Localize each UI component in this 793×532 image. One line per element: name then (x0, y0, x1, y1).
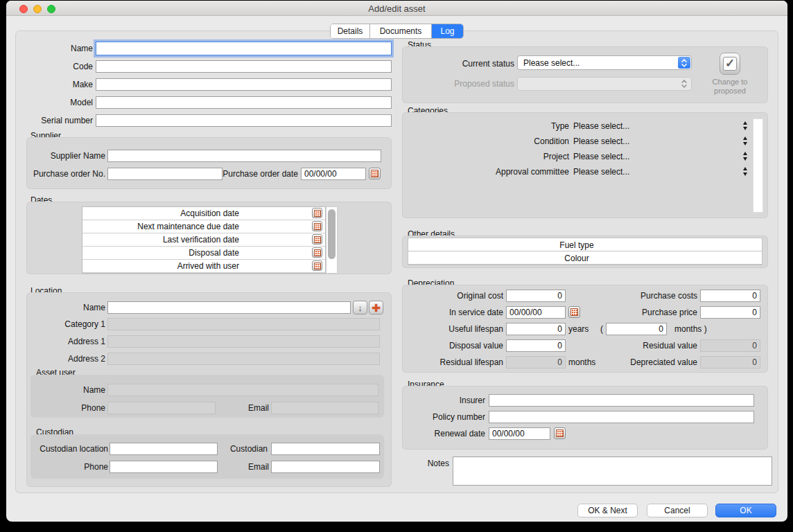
calendar-icon[interactable] (312, 247, 322, 258)
asset-user-name-input (107, 384, 378, 396)
dropdown-stepper-icon (678, 57, 690, 69)
current-status-select[interactable]: Please select... (517, 55, 692, 70)
other-detail-row[interactable]: Fuel type (408, 238, 762, 251)
category1-label: Category 1 (29, 319, 105, 329)
dates-list: Acquisition date Next maintenance due da… (82, 206, 326, 274)
updown-stepper-icon[interactable] (742, 121, 749, 130)
calendar-glyph (314, 223, 321, 230)
months-open-paren: ( (600, 324, 603, 334)
make-label: Make (17, 80, 93, 89)
address1-input (107, 335, 380, 348)
po-date-input[interactable] (301, 168, 366, 180)
window-title: Add/edit asset (6, 3, 787, 14)
calendar-glyph (314, 263, 321, 269)
custodian-email-input[interactable] (271, 461, 380, 473)
depreciated-value-label: Depreciated value (600, 357, 697, 367)
calendar-glyph (314, 236, 321, 243)
model-label: Model (17, 98, 93, 107)
asset-user-name-label: Name (29, 385, 105, 395)
updown-stepper-icon[interactable] (742, 166, 749, 176)
po-number-label: Purchase order No. (22, 169, 105, 179)
category-condition-value[interactable]: Please select... (573, 136, 629, 146)
calendar-glyph (314, 210, 321, 217)
tab-details[interactable]: Details (331, 24, 370, 38)
date-row: Last verification date (82, 233, 325, 247)
asset-user-email-input (271, 402, 378, 414)
updown-stepper-icon[interactable] (742, 151, 749, 161)
dates-scrollbar-thumb[interactable] (328, 209, 336, 259)
calendar-glyph (371, 170, 378, 177)
calendar-icon[interactable] (554, 427, 566, 439)
cancel-button[interactable]: Cancel (647, 504, 708, 517)
calendar-icon[interactable] (312, 260, 322, 271)
current-status-value: Please select... (523, 58, 580, 68)
custodian-label: Custodian (191, 444, 268, 454)
code-input[interactable] (96, 60, 392, 73)
po-number-input[interactable] (107, 168, 223, 180)
asset-user-email-label: Email (193, 403, 269, 413)
code-label: Code (17, 62, 93, 71)
location-name-input[interactable] (107, 301, 351, 314)
updown-stepper-icon[interactable] (742, 136, 749, 145)
purchase-costs-input[interactable] (700, 290, 760, 302)
category-approval-committee-label: Approval committee (451, 167, 569, 177)
titlebar: Add/edit asset (6, 1, 787, 16)
ok-next-button[interactable]: OK & Next (577, 504, 638, 517)
categories-scrollbar-track[interactable] (753, 118, 763, 213)
residual-lifespan-label: Residual lifespan (413, 357, 503, 367)
date-row: Next maintenance due date (82, 220, 325, 233)
proposed-status-label: Proposed status (438, 79, 514, 89)
purchase-price-input[interactable] (700, 306, 760, 319)
custodian-input[interactable] (271, 443, 380, 455)
policy-number-input[interactable] (489, 411, 754, 423)
calendar-glyph (570, 308, 578, 316)
disposal-value-input[interactable] (506, 339, 566, 352)
custodian-email-label: Email (193, 462, 269, 472)
make-input[interactable] (96, 78, 392, 91)
renewal-date-input[interactable] (489, 427, 550, 440)
calendar-icon[interactable] (312, 208, 322, 218)
policy-number-label: Policy number (409, 412, 485, 422)
model-input[interactable] (96, 96, 392, 109)
calendar-icon[interactable] (369, 168, 381, 179)
checkmark-icon: ✓ (723, 57, 737, 71)
disposal-value-label: Disposal value (413, 341, 503, 351)
name-input[interactable] (96, 42, 392, 55)
insurer-label: Insurer (409, 396, 485, 405)
ok-button[interactable]: OK (715, 504, 776, 517)
serial-number-input[interactable] (96, 114, 392, 127)
in-service-date-input[interactable] (506, 306, 566, 319)
supplier-name-label: Supplier Name (29, 151, 105, 161)
name-label: Name (17, 44, 93, 53)
add-edit-asset-dialog: Add/edit asset Details Documents Log Nam… (6, 1, 787, 522)
notes-textarea[interactable] (453, 456, 772, 486)
category-type-value[interactable]: Please select... (573, 121, 629, 131)
in-service-date-label: In service date (413, 308, 503, 317)
tab-documents[interactable]: Documents (370, 24, 432, 38)
down-arrow-icon[interactable]: ↓ (353, 301, 367, 314)
plus-icon[interactable]: ✚ (369, 301, 383, 314)
useful-lifespan-input[interactable] (506, 323, 566, 335)
insurer-input[interactable] (489, 394, 754, 407)
category1-input (107, 318, 380, 330)
category-project-value[interactable]: Please select... (573, 152, 629, 161)
lifespan-months-input[interactable] (606, 323, 667, 335)
calendar-icon[interactable] (312, 234, 322, 245)
address1-label: Address 1 (29, 337, 105, 346)
proposed-status-select (517, 77, 692, 91)
category-approval-committee-value[interactable]: Please select... (573, 167, 629, 177)
date-row-label: Disposal date (189, 248, 239, 258)
asset-user-phone-label: Phone (29, 403, 105, 413)
other-detail-row[interactable]: Colour (408, 251, 762, 265)
custodian-phone-label: Phone (32, 462, 108, 472)
change-to-proposed-button[interactable]: ✓ (720, 53, 740, 75)
calendar-glyph (314, 249, 321, 256)
tab-log[interactable]: Log (432, 24, 463, 38)
original-cost-input[interactable] (506, 290, 566, 302)
date-row-label: Acquisition date (180, 209, 239, 218)
dates-scrollbar-track[interactable] (326, 206, 338, 274)
supplier-name-input[interactable] (107, 150, 381, 162)
tab-bar: Details Documents Log (330, 24, 464, 39)
calendar-icon[interactable] (312, 221, 322, 231)
calendar-icon[interactable] (568, 306, 580, 318)
